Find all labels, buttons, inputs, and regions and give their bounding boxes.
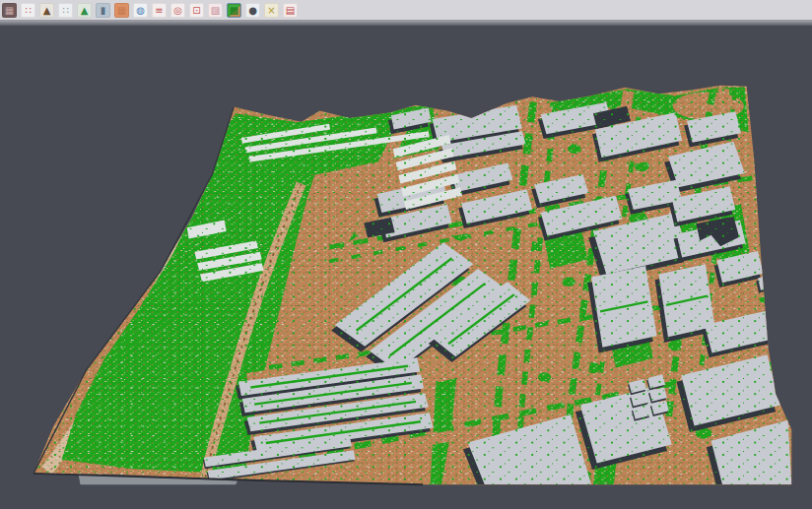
globe-icon-glyph: ◍ xyxy=(136,3,145,18)
model-icon-glyph: ▮ xyxy=(101,3,106,18)
globe-icon[interactable]: ◍ xyxy=(133,3,148,18)
layers-list-icon-glyph: ≡ xyxy=(155,3,163,18)
dem-icon[interactable]: ▲ xyxy=(39,3,54,18)
app-window: ▦∷▲∷▲▮▦◍≡◎⊡▨▩●×▤ xyxy=(0,0,812,509)
move-tool-icon[interactable]: ∷ xyxy=(21,3,35,18)
dem-icon-glyph: ▲ xyxy=(43,3,51,18)
terrain-icon-glyph: ▲ xyxy=(81,3,89,18)
orthophoto-icon-glyph: ▦ xyxy=(117,3,126,18)
target-icon[interactable]: ◎ xyxy=(170,3,185,18)
classification-icon[interactable]: ▩ xyxy=(227,3,241,18)
point-cloud-icon-glyph: ∷ xyxy=(62,3,68,18)
measure-icon-glyph: × xyxy=(267,3,275,18)
terrain-surface xyxy=(21,26,792,491)
terrain-icon[interactable]: ▲ xyxy=(77,3,92,18)
texture-icon[interactable]: ▨ xyxy=(208,3,223,18)
terrain-mesh xyxy=(21,26,792,491)
region-select-icon-glyph: ⊡ xyxy=(192,3,200,18)
target-icon-glyph: ◎ xyxy=(173,3,182,18)
project-icon[interactable]: ▦ xyxy=(2,3,17,18)
texture-icon-glyph: ▨ xyxy=(211,3,220,18)
layers-list-icon[interactable]: ≡ xyxy=(152,3,167,18)
toolbar: ▦∷▲∷▲▮▦◍≡◎⊡▨▩●×▤ xyxy=(0,0,812,21)
region-select-icon[interactable]: ⊡ xyxy=(189,3,204,18)
capture-icon[interactable]: ▤ xyxy=(283,3,298,18)
sphere-icon-glyph: ● xyxy=(248,3,257,18)
move-tool-icon-glyph: ∷ xyxy=(25,3,31,18)
capture-icon-glyph: ▤ xyxy=(286,3,295,18)
viewport-3d[interactable] xyxy=(0,26,812,509)
classification-icon-glyph: ▩ xyxy=(230,3,238,18)
orthophoto-icon[interactable]: ▦ xyxy=(114,3,129,18)
point-cloud-icon[interactable]: ∷ xyxy=(58,3,73,18)
project-icon-glyph: ▦ xyxy=(5,3,14,18)
model-icon[interactable]: ▮ xyxy=(96,3,110,18)
measure-icon[interactable]: × xyxy=(264,3,279,18)
sphere-icon[interactable]: ● xyxy=(245,3,260,18)
scene-3d-view[interactable] xyxy=(0,26,812,509)
